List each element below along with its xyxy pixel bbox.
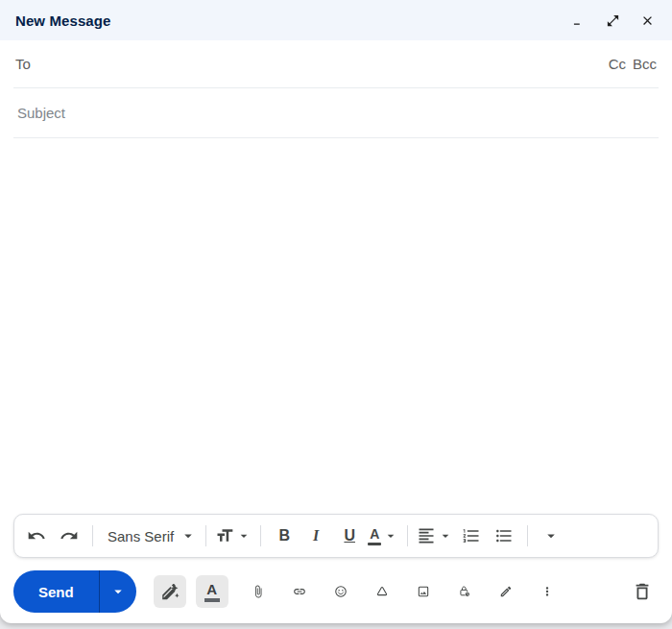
- minimize-icon[interactable]: [570, 12, 586, 28]
- toolbar-divider: [205, 525, 206, 546]
- help-me-write-icon[interactable]: [154, 575, 186, 608]
- titlebar: New Message: [0, 0, 672, 40]
- text-color-icon[interactable]: A: [366, 520, 400, 552]
- window-title: New Message: [15, 12, 110, 29]
- drive-icon[interactable]: [370, 575, 395, 608]
- close-icon[interactable]: [639, 12, 655, 28]
- more-formatting-icon[interactable]: [535, 520, 567, 552]
- formatting-toolbar: Sans Serif B I U A: [13, 514, 659, 558]
- bold-icon[interactable]: B: [268, 520, 300, 552]
- compose-window: New Message To Cc Bcc: [0, 0, 672, 623]
- insert-link-icon[interactable]: [287, 575, 312, 608]
- toolbar-divider: [407, 525, 408, 546]
- subject-input[interactable]: [15, 104, 657, 122]
- insert-image-icon[interactable]: [411, 575, 436, 608]
- pop-out-icon[interactable]: [605, 12, 620, 28]
- bulleted-list-icon[interactable]: [488, 520, 520, 552]
- font-family-selector[interactable]: Sans Serif: [100, 520, 199, 552]
- bcc-link[interactable]: Bcc: [633, 56, 657, 72]
- toolbar-divider: [527, 525, 528, 546]
- chevron-down-icon: [438, 528, 453, 544]
- insert-emoji-icon[interactable]: [328, 575, 353, 608]
- discard-draft-icon[interactable]: [626, 575, 659, 608]
- chevron-down-icon: [236, 528, 252, 544]
- subject-row: [13, 88, 659, 138]
- cc-link[interactable]: Cc: [609, 56, 626, 72]
- bottom-action-bar: Send A: [0, 566, 672, 623]
- toolbar-divider: [92, 525, 93, 546]
- align-icon[interactable]: [415, 520, 455, 552]
- send-split-button: Send: [13, 570, 136, 613]
- to-input[interactable]: [38, 55, 609, 73]
- message-body[interactable]: [15, 138, 657, 514]
- confidential-mode-icon[interactable]: [452, 575, 477, 608]
- compose-tools: A: [154, 575, 228, 608]
- chevron-down-icon: [180, 527, 197, 544]
- insert-tools: [246, 575, 560, 608]
- recipients-row[interactable]: To Cc Bcc: [13, 40, 659, 88]
- underline-icon[interactable]: U: [333, 520, 366, 552]
- attach-file-icon[interactable]: [246, 575, 271, 608]
- formatting-options-icon[interactable]: A: [196, 575, 228, 608]
- chevron-down-icon: [383, 528, 398, 544]
- window-controls: [570, 12, 655, 28]
- ccbcc-links: Cc Bcc: [609, 56, 657, 72]
- more-options-icon[interactable]: [535, 575, 560, 608]
- italic-icon[interactable]: I: [300, 520, 333, 552]
- undo-icon[interactable]: [20, 520, 53, 552]
- toolbar-divider: [260, 525, 261, 546]
- signature-icon[interactable]: [493, 575, 518, 608]
- redo-icon[interactable]: [53, 520, 85, 552]
- numbered-list-icon[interactable]: [455, 520, 488, 552]
- to-label: To: [15, 56, 31, 72]
- send-dropdown-icon[interactable]: [100, 570, 136, 613]
- send-button[interactable]: Send: [13, 570, 99, 613]
- font-name-label: Sans Serif: [102, 528, 178, 544]
- font-size-icon[interactable]: [213, 520, 253, 552]
